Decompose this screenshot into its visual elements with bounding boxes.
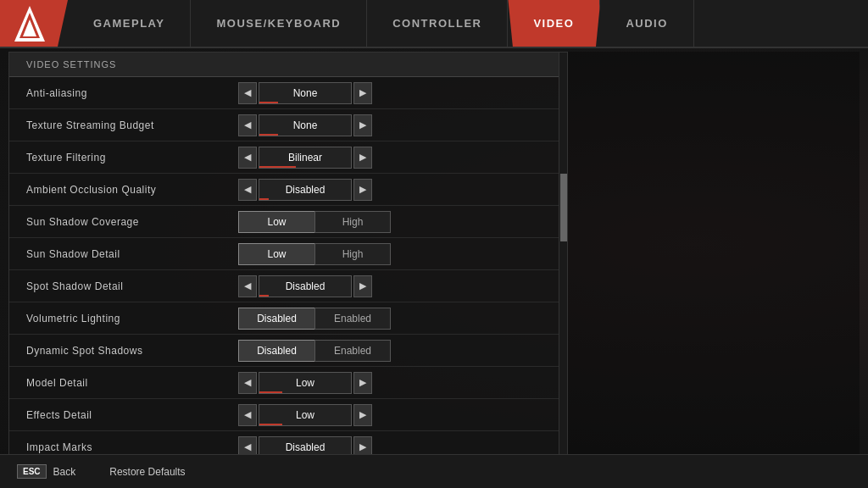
- ambient-occlusion-next[interactable]: ▶: [353, 179, 372, 201]
- dynamic-spot-shadows-disabled[interactable]: Disabled: [238, 340, 314, 362]
- label-sun-shadow-detail: Sun Shadow Detail: [26, 248, 238, 260]
- row-sun-shadow-coverage: Sun Shadow Coverage Low High: [9, 206, 567, 238]
- anti-aliasing-next[interactable]: ▶: [353, 82, 372, 104]
- control-texture-streaming: ◀ None ▶: [238, 114, 550, 136]
- spot-shadow-detail-value: Disabled: [259, 275, 352, 297]
- row-effects-detail: Effects Detail ◀ Low ▶: [9, 399, 567, 431]
- spot-shadow-detail-prev[interactable]: ◀: [238, 275, 257, 297]
- ambient-occlusion-bar: [259, 198, 269, 200]
- control-model-detail: ◀ Low ▶: [238, 372, 550, 394]
- logo-box: [0, 0, 68, 47]
- texture-filtering-value: Bilinear: [259, 147, 352, 169]
- settings-scroll[interactable]: Anti-aliasing ◀ None ▶ Texture Streaming…: [9, 77, 567, 458]
- label-ambient-occlusion: Ambient Occlusion Quality: [26, 184, 238, 196]
- row-volumetric-lighting: Volumetric Lighting Disabled Enabled: [9, 302, 567, 335]
- label-volumetric-lighting: Volumetric Lighting: [26, 313, 238, 324]
- texture-streaming-next[interactable]: ▶: [353, 114, 372, 136]
- apex-logo: [13, 4, 47, 43]
- ambient-occlusion-prev[interactable]: ◀: [238, 179, 257, 201]
- dual-sun-shadow-coverage: Low High: [238, 211, 391, 233]
- control-dynamic-spot-shadows: Disabled Enabled: [238, 340, 550, 362]
- control-texture-filtering: ◀ Bilinear ▶: [238, 147, 550, 169]
- dual-volumetric-lighting: Disabled Enabled: [238, 308, 391, 330]
- tab-video[interactable]: VIDEO: [508, 0, 600, 47]
- control-effects-detail: ◀ Low ▶: [238, 404, 550, 426]
- row-texture-filtering: Texture Filtering ◀ Bilinear ▶: [9, 141, 567, 174]
- texture-filtering-bar: [259, 166, 296, 168]
- label-model-detail: Model Detail: [26, 377, 238, 389]
- model-detail-next[interactable]: ▶: [353, 372, 372, 394]
- tab-gameplay[interactable]: GAMEPLAY: [68, 0, 191, 47]
- tab-mouse-keyboard[interactable]: MOUSE/KEYBOARD: [191, 0, 367, 47]
- anti-aliasing-prev[interactable]: ◀: [238, 82, 257, 104]
- label-impact-marks: Impact Marks: [26, 441, 238, 453]
- back-label: Back: [53, 466, 76, 478]
- content-area: VIDEO SETTINGS Anti-aliasing ◀ None ▶ Te…: [8, 52, 860, 458]
- ambient-occlusion-value: Disabled: [259, 179, 352, 201]
- label-dynamic-spot-shadows: Dynamic Spot Shadows: [26, 345, 238, 357]
- texture-streaming-value: None: [259, 114, 352, 136]
- model-detail-bar: [259, 391, 282, 393]
- restore-defaults-button[interactable]: Restore Defaults: [109, 466, 185, 478]
- dynamic-spot-shadows-enabled[interactable]: Enabled: [314, 340, 391, 362]
- nav-bar: GAMEPLAY MOUSE/KEYBOARD CONTROLLER VIDEO…: [0, 0, 868, 48]
- model-detail-prev[interactable]: ◀: [238, 372, 257, 394]
- control-spot-shadow-detail: ◀ Disabled ▶: [238, 275, 550, 297]
- row-anti-aliasing: Anti-aliasing ◀ None ▶: [9, 77, 567, 109]
- control-volumetric-lighting: Disabled Enabled: [238, 308, 550, 330]
- label-texture-filtering: Texture Filtering: [26, 152, 238, 164]
- label-anti-aliasing: Anti-aliasing: [26, 87, 238, 99]
- sun-shadow-coverage-low[interactable]: Low: [238, 211, 314, 233]
- texture-streaming-bar: [259, 134, 278, 136]
- settings-panel: VIDEO SETTINGS Anti-aliasing ◀ None ▶ Te…: [8, 52, 568, 458]
- restore-label: Restore Defaults: [109, 466, 185, 478]
- nav-tabs: GAMEPLAY MOUSE/KEYBOARD CONTROLLER VIDEO…: [68, 0, 868, 47]
- sun-shadow-coverage-high[interactable]: High: [314, 211, 391, 233]
- row-texture-streaming: Texture Streaming Budget ◀ None ▶: [9, 109, 567, 141]
- control-sun-shadow-coverage: Low High: [238, 211, 550, 233]
- row-spot-shadow-detail: Spot Shadow Detail ◀ Disabled ▶: [9, 270, 567, 302]
- sun-shadow-detail-low[interactable]: Low: [238, 243, 314, 265]
- label-effects-detail: Effects Detail: [26, 409, 238, 421]
- back-key: ESC: [17, 464, 47, 479]
- scrollbar-thumb[interactable]: [560, 174, 567, 241]
- effects-detail-next[interactable]: ▶: [353, 404, 372, 426]
- spot-shadow-detail-next[interactable]: ▶: [353, 275, 372, 297]
- back-button[interactable]: ESC Back: [17, 464, 75, 479]
- label-texture-streaming: Texture Streaming Budget: [26, 119, 238, 131]
- scrollbar-track[interactable]: [559, 53, 567, 457]
- row-ambient-occlusion: Ambient Occlusion Quality ◀ Disabled ▶: [9, 174, 567, 206]
- texture-streaming-prev[interactable]: ◀: [238, 114, 257, 136]
- effects-detail-bar: [259, 424, 282, 425]
- row-model-detail: Model Detail ◀ Low ▶: [9, 367, 567, 399]
- spot-shadow-detail-bar: [259, 295, 269, 297]
- volumetric-lighting-disabled[interactable]: Disabled: [238, 308, 314, 330]
- effects-detail-value: Low: [259, 404, 352, 426]
- anti-aliasing-bar: [259, 102, 278, 103]
- texture-filtering-prev[interactable]: ◀: [238, 147, 257, 169]
- settings-header: VIDEO SETTINGS: [9, 53, 567, 77]
- dual-sun-shadow-detail: Low High: [238, 243, 391, 265]
- dual-dynamic-spot-shadows: Disabled Enabled: [238, 340, 391, 362]
- row-dynamic-spot-shadows: Dynamic Spot Shadows Disabled Enabled: [9, 335, 567, 367]
- control-anti-aliasing: ◀ None ▶: [238, 82, 550, 104]
- label-spot-shadow-detail: Spot Shadow Detail: [26, 280, 238, 292]
- tab-controller[interactable]: CONTROLLER: [367, 0, 508, 47]
- tab-audio[interactable]: AUDIO: [600, 0, 693, 47]
- anti-aliasing-value: None: [259, 82, 352, 104]
- bottom-bar: ESC Back Restore Defaults: [0, 454, 868, 488]
- texture-filtering-next[interactable]: ▶: [353, 147, 372, 169]
- effects-detail-prev[interactable]: ◀: [238, 404, 257, 426]
- model-detail-value: Low: [259, 372, 352, 394]
- control-sun-shadow-detail: Low High: [238, 243, 550, 265]
- control-ambient-occlusion: ◀ Disabled ▶: [238, 179, 550, 201]
- sun-shadow-detail-high[interactable]: High: [314, 243, 391, 265]
- volumetric-lighting-enabled[interactable]: Enabled: [314, 308, 391, 330]
- right-panel: [568, 52, 860, 458]
- header-title: VIDEO SETTINGS: [26, 59, 116, 69]
- row-sun-shadow-detail: Sun Shadow Detail Low High: [9, 238, 567, 270]
- label-sun-shadow-coverage: Sun Shadow Coverage: [26, 216, 238, 228]
